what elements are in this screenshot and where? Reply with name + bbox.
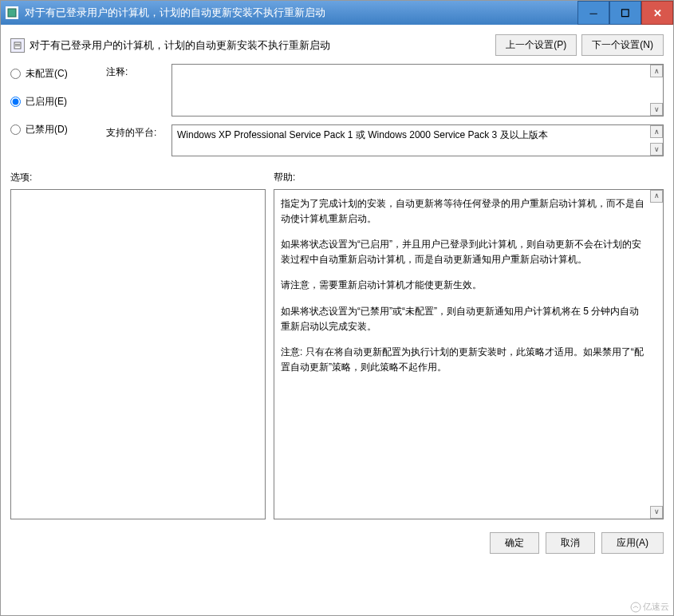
dialog-footer: 确定 取消 应用(A) <box>1 524 673 559</box>
help-paragraph: 如果将状态设置为“已启用”，并且用户已登录到此计算机，则自动更新不会在计划的安装… <box>281 237 647 267</box>
next-setting-button[interactable]: 下一个设置(N) <box>581 34 664 56</box>
policy-header: 对于有已登录用户的计算机，计划的自动更新安装不执行重新启动 上一个设置(P) 下… <box>10 34 664 56</box>
platform-box: Windows XP Professional Service Pack 1 或… <box>171 124 664 156</box>
help-paragraph: 请注意，需要重新启动计算机才能使更新生效。 <box>281 278 647 293</box>
radio-enabled[interactable]: 已启用(E) <box>10 95 106 109</box>
state-radio-group: 未配置(C) 已启用(E) 已禁用(D) <box>10 64 106 156</box>
options-section-label: 选项: <box>10 171 274 184</box>
ok-button[interactable]: 确定 <box>490 532 539 554</box>
maximize-button[interactable]: ☐ <box>609 1 641 25</box>
notes-textarea[interactable]: ∧ ∨ <box>171 64 664 116</box>
help-paragraph: 注意: 只有在将自动更新配置为执行计划的更新安装时，此策略才适用。如果禁用了“配… <box>281 345 647 374</box>
watermark: 亿速云 <box>630 601 669 613</box>
help-paragraph: 如果将状态设置为“已禁用”或“未配置”，则自动更新通知用户计算机将在 5 分钟内… <box>281 304 647 334</box>
scroll-down-icon[interactable]: ∨ <box>650 103 663 116</box>
radio-disabled[interactable]: 已禁用(D) <box>10 123 106 136</box>
platform-label: 支持的平台: <box>106 124 171 156</box>
svg-point-4 <box>631 602 640 612</box>
scroll-down-icon[interactable]: ∨ <box>650 143 663 156</box>
policy-icon <box>10 38 25 53</box>
radio-enabled-input[interactable] <box>10 97 21 107</box>
svg-rect-3 <box>15 45 20 46</box>
cancel-button[interactable]: 取消 <box>546 532 595 554</box>
svg-rect-2 <box>15 44 20 45</box>
platform-scrollbar[interactable]: ∧ ∨ <box>650 125 663 156</box>
notes-label: 注释: <box>106 64 171 116</box>
svg-rect-0 <box>8 9 16 17</box>
help-panel: 指定为了完成计划的安装，自动更新将等待任何登录的用户重新启动计算机，而不是自动使… <box>274 189 664 519</box>
notes-scrollbar[interactable]: ∧ ∨ <box>650 65 663 116</box>
scroll-up-icon[interactable]: ∧ <box>650 125 663 138</box>
window-title: 对于有已登录用户的计算机，计划的自动更新安装不执行重新启动 <box>25 6 577 20</box>
radio-disabled-input[interactable] <box>10 124 21 135</box>
titlebar: 对于有已登录用户的计算机，计划的自动更新安装不执行重新启动 ─ ☐ ✕ <box>1 1 673 25</box>
prev-setting-button[interactable]: 上一个设置(P) <box>495 34 577 56</box>
options-panel <box>10 189 266 519</box>
minimize-button[interactable]: ─ <box>577 1 609 25</box>
scroll-down-icon[interactable]: ∨ <box>650 506 663 519</box>
radio-not-configured-input[interactable] <box>10 69 21 79</box>
policy-title: 对于有已登录用户的计算机，计划的自动更新安装不执行重新启动 <box>30 38 491 53</box>
help-scrollbar[interactable]: ∧ ∨ <box>650 190 663 519</box>
platform-value: Windows XP Professional Service Pack 1 或… <box>177 129 548 140</box>
help-section-label: 帮助: <box>274 171 295 184</box>
close-button[interactable]: ✕ <box>641 1 673 25</box>
radio-not-configured[interactable]: 未配置(C) <box>10 67 106 81</box>
window-controls: ─ ☐ ✕ <box>577 1 673 25</box>
app-icon <box>6 6 18 19</box>
scroll-up-icon[interactable]: ∧ <box>650 190 663 203</box>
content-area: 对于有已登录用户的计算机，计划的自动更新安装不执行重新启动 上一个设置(P) 下… <box>1 25 673 524</box>
scroll-up-icon[interactable]: ∧ <box>650 65 663 77</box>
help-paragraph: 指定为了完成计划的安装，自动更新将等待任何登录的用户重新启动计算机，而不是自动使… <box>281 196 647 226</box>
apply-button[interactable]: 应用(A) <box>601 532 664 554</box>
